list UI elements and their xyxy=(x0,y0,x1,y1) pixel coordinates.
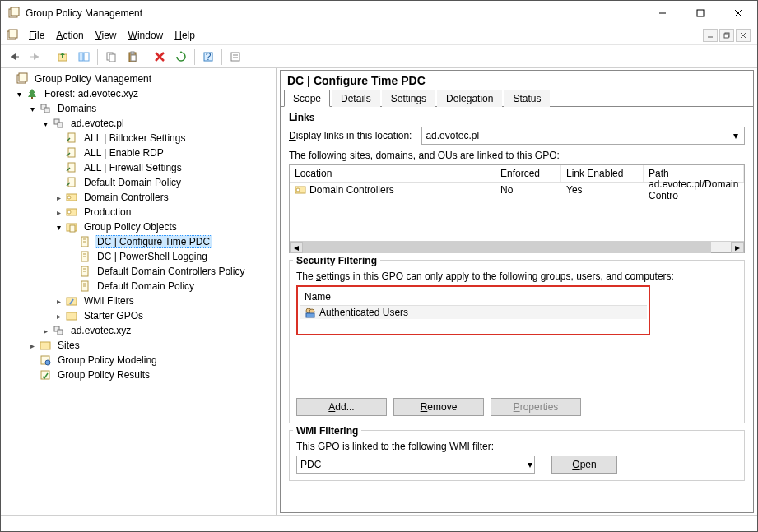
svg-rect-46 xyxy=(70,225,75,232)
tab-scope[interactable]: Scope xyxy=(284,90,330,107)
tree-gpo-rdp[interactable]: ALL | Enable RDP xyxy=(1,146,276,160)
tree-gpo-container[interactable]: ▾ Group Policy Objects xyxy=(1,220,276,234)
options-button[interactable] xyxy=(226,47,245,67)
tree-sites[interactable]: ▸ Sites xyxy=(1,338,276,353)
tree-pane[interactable]: Group Policy Management ▾ Forest: ad.evo… xyxy=(1,68,277,515)
collapse-icon[interactable]: ▾ xyxy=(26,104,39,113)
show-hide-tree-button[interactable] xyxy=(74,47,94,67)
tree-results[interactable]: Group Policy Results xyxy=(1,368,276,382)
menu-help[interactable]: Help xyxy=(170,28,200,43)
tree-item-label: ALL | Enable RDP xyxy=(81,146,166,160)
collapse-icon[interactable]: ▾ xyxy=(39,119,52,128)
tree-forest[interactable]: ▾ Forest: ad.evotec.xyz xyxy=(1,86,276,101)
expand-icon[interactable]: ▸ xyxy=(52,193,65,202)
menu-action[interactable]: Action xyxy=(51,28,88,43)
collapse-icon[interactable]: ▾ xyxy=(12,90,26,99)
links-hscrollbar[interactable]: ◂ ▸ xyxy=(290,241,744,252)
links-listview[interactable]: Location Enforced Link Enabled Path Doma… xyxy=(289,164,745,253)
gpo-folder-icon xyxy=(65,220,78,234)
tree-ou-dc[interactable]: ▸ Domain Controllers xyxy=(1,190,276,205)
menu-window[interactable]: Window xyxy=(123,28,169,43)
tab-settings[interactable]: Settings xyxy=(382,90,435,107)
gpo-link-icon xyxy=(65,132,78,145)
svg-rect-3 xyxy=(697,10,704,16)
remove-button[interactable]: Remove xyxy=(393,398,484,416)
tree-starter[interactable]: ▸ Starter GPOs xyxy=(1,308,276,323)
results-icon xyxy=(39,368,52,382)
tree-domain-evotecpl[interactable]: ▾ ad.evotec.pl xyxy=(1,116,276,131)
wmi-filter-value: PDC xyxy=(300,459,321,470)
tree-modeling[interactable]: Group Policy Modeling xyxy=(1,353,276,368)
mdi-minimize-button[interactable] xyxy=(703,29,718,42)
close-button[interactable] xyxy=(719,1,757,25)
links-row[interactable]: Domain Controllers No Yes ad.evotec.pl/D… xyxy=(290,183,744,197)
wmi-filtering-title: WMI Filtering xyxy=(293,425,361,437)
tree-item-label: WMI Filters xyxy=(81,294,137,308)
tree-domain-evotecxyz[interactable]: ▸ ad.evotec.xyz xyxy=(1,323,276,338)
mmc-icon xyxy=(6,29,19,42)
tree-item-label: Group Policy Objects xyxy=(81,220,179,234)
security-listview[interactable]: Name Authenticated Users xyxy=(300,289,647,332)
tree-gpo-dc-time[interactable]: DC | Configure Time PDC xyxy=(1,234,276,249)
forward-button[interactable] xyxy=(26,47,45,67)
modeling-icon xyxy=(39,354,52,367)
tree-wmi[interactable]: ▸ WMI Filters xyxy=(1,294,276,308)
delete-button[interactable] xyxy=(150,47,170,67)
collapse-icon[interactable]: ▾ xyxy=(52,223,65,232)
col-location[interactable]: Location xyxy=(290,165,495,182)
expand-icon[interactable]: ▸ xyxy=(52,208,65,217)
gpo-link-icon xyxy=(65,146,78,160)
expand-icon[interactable]: ▸ xyxy=(26,341,39,350)
security-row[interactable]: Authenticated Users xyxy=(300,306,647,319)
gpo-icon xyxy=(78,265,91,278)
tree-root[interactable]: Group Policy Management xyxy=(1,72,276,86)
tree-gpo-defdc[interactable]: Default Domain Controllers Policy xyxy=(1,264,276,279)
links-cell-location-text: Domain Controllers xyxy=(309,184,394,196)
tree-gpo-defdomain[interactable]: Default Domain Policy xyxy=(1,175,276,190)
mdi-restore-button[interactable] xyxy=(719,29,734,42)
minimize-button[interactable] xyxy=(644,1,681,25)
links-location-dropdown[interactable]: ad.evotec.pl ▾ xyxy=(421,127,745,145)
tree-domains[interactable]: ▾ Domains xyxy=(1,101,276,116)
menu-view[interactable]: View xyxy=(91,28,122,43)
maximize-button[interactable] xyxy=(681,1,719,25)
tree-gpo-bitlocker[interactable]: ALL | Bitlocker Settings xyxy=(1,131,276,146)
scroll-thumb[interactable] xyxy=(303,242,711,253)
tree-ou-prod[interactable]: ▸ Production xyxy=(1,205,276,220)
scroll-right-button[interactable]: ▸ xyxy=(731,242,744,253)
tree-gpo-defdomain2[interactable]: Default Domain Policy xyxy=(1,279,276,294)
refresh-button[interactable] xyxy=(171,47,191,67)
svg-rect-27 xyxy=(231,53,239,61)
add-button[interactable]: Add... xyxy=(296,398,387,416)
properties-button[interactable]: Properties xyxy=(491,398,581,416)
sites-icon xyxy=(39,339,52,352)
wmi-filter-dropdown[interactable]: PDC ▾ xyxy=(296,456,535,474)
tab-details[interactable]: Details xyxy=(332,90,380,107)
tree-item-label: Default Domain Controllers Policy xyxy=(95,265,247,278)
paste-button[interactable] xyxy=(123,47,142,67)
tab-status[interactable]: Status xyxy=(504,90,550,107)
domain-icon xyxy=(52,324,65,337)
expand-icon[interactable]: ▸ xyxy=(39,326,52,335)
col-linkenabled[interactable]: Link Enabled xyxy=(561,165,644,182)
menu-file[interactable]: File xyxy=(24,28,49,43)
tree-gpo-firewall[interactable]: ALL | Firewall Settings xyxy=(1,160,276,175)
copy-button[interactable] xyxy=(101,47,121,67)
svg-rect-39 xyxy=(68,163,75,172)
svg-rect-32 xyxy=(31,97,33,99)
open-button[interactable]: Open xyxy=(551,456,617,474)
security-col-name[interactable]: Name xyxy=(300,289,647,306)
up-button[interactable] xyxy=(53,47,72,67)
tree-item-label: ad.evotec.xyz xyxy=(68,324,133,337)
expand-icon[interactable]: ▸ xyxy=(52,312,65,321)
help-button[interactable]: ? xyxy=(198,47,218,67)
tree-gpo-dc-ps[interactable]: DC | PowerShell Logging xyxy=(1,249,276,264)
expand-icon[interactable]: ▸ xyxy=(52,297,65,306)
col-enforced[interactable]: Enforced xyxy=(495,165,561,182)
tab-delegation[interactable]: Delegation xyxy=(437,90,502,107)
svg-rect-62 xyxy=(58,330,63,335)
tree-item-label: Production xyxy=(81,206,133,219)
back-button[interactable] xyxy=(4,47,24,67)
scroll-left-button[interactable]: ◂ xyxy=(290,242,303,253)
mdi-close-button[interactable] xyxy=(736,29,751,42)
